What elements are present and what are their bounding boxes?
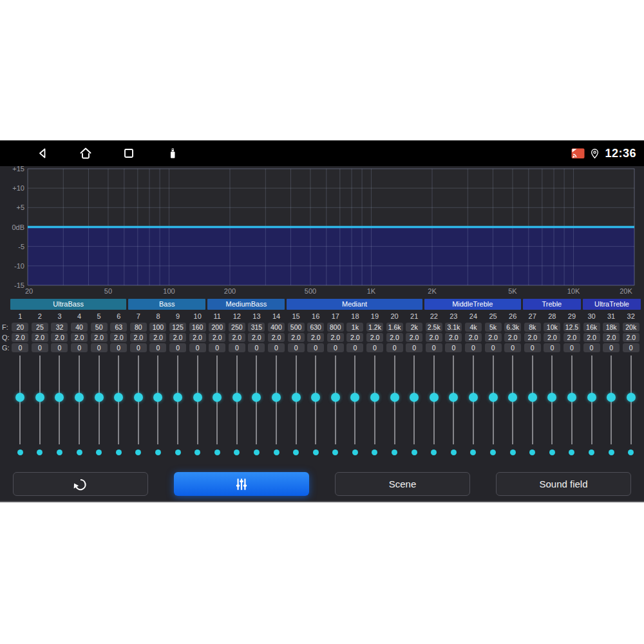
gain-value-chip[interactable]: 0 [288,343,305,352]
gain-value-chip[interactable]: 0 [229,343,245,352]
slider-knob[interactable] [272,393,281,402]
frequency-value-chip[interactable]: 3.1k [445,323,462,332]
q-value-chip[interactable]: 2.0 [130,333,147,342]
gain-slider[interactable] [345,355,365,459]
slider-knob[interactable] [528,393,537,402]
gain-slider[interactable] [582,355,601,459]
gain-value-chip[interactable]: 0 [406,343,422,352]
gain-slider[interactable] [326,355,346,459]
gain-value-chip[interactable]: 0 [386,343,403,352]
q-value-chip[interactable]: 2.0 [209,333,225,342]
q-value-chip[interactable]: 2.0 [366,333,383,342]
q-value-chip[interactable]: 2.0 [51,333,68,342]
frequency-value-chip[interactable]: 630 [307,323,324,332]
frequency-value-chip[interactable]: 50 [91,323,108,332]
equalizer-button[interactable] [174,472,309,496]
gain-value-chip[interactable]: 0 [209,343,225,352]
q-value-chip[interactable]: 2.0 [110,333,127,342]
gain-slider[interactable] [30,355,50,459]
gain-slider[interactable] [621,355,641,459]
slider-knob[interactable] [153,393,162,402]
gain-value-chip[interactable]: 0 [91,343,108,352]
slider-knob[interactable] [508,393,517,402]
gain-value-chip[interactable]: 0 [366,343,383,352]
q-value-chip[interactable]: 2.0 [327,333,344,342]
frequency-value-chip[interactable]: 800 [327,323,344,332]
frequency-value-chip[interactable]: 40 [71,323,88,332]
slider-knob[interactable] [114,393,123,402]
slider-knob[interactable] [213,393,222,402]
gain-slider[interactable] [601,355,621,459]
slider-knob[interactable] [95,393,104,402]
gain-slider[interactable] [286,355,306,459]
gain-slider[interactable] [10,355,30,459]
gain-slider[interactable] [247,355,267,459]
frequency-value-chip[interactable]: 315 [248,323,265,332]
q-value-chip[interactable]: 2.0 [564,333,580,342]
slider-knob[interactable] [292,393,301,402]
gain-value-chip[interactable]: 0 [169,343,186,352]
gain-value-chip[interactable]: 0 [524,343,541,352]
q-value-chip[interactable]: 2.0 [71,333,88,342]
frequency-value-chip[interactable]: 6.3k [504,323,521,332]
frequency-value-chip[interactable]: 1.6k [386,323,403,332]
gain-value-chip[interactable]: 0 [445,343,462,352]
q-value-chip[interactable]: 2.0 [346,333,363,342]
recents-icon[interactable] [121,146,137,161]
gain-slider[interactable] [503,355,523,459]
slider-knob[interactable] [430,393,439,402]
q-value-chip[interactable]: 2.0 [445,333,462,342]
slider-knob[interactable] [587,393,596,402]
q-value-chip[interactable]: 2.0 [12,333,28,342]
slider-knob[interactable] [390,393,399,402]
frequency-value-chip[interactable]: 8k [524,323,541,332]
slider-knob[interactable] [331,393,340,402]
slider-knob[interactable] [232,393,242,402]
slider-knob[interactable] [350,393,359,402]
reset-button[interactable] [13,472,148,496]
usb-drive-icon[interactable] [165,146,180,161]
q-value-chip[interactable]: 2.0 [189,333,206,342]
gain-value-chip[interactable]: 0 [346,343,363,352]
q-value-chip[interactable]: 2.0 [248,333,265,342]
q-value-chip[interactable]: 2.0 [485,333,502,342]
gain-value-chip[interactable]: 0 [12,343,28,352]
gain-slider[interactable] [522,355,542,459]
gain-slider[interactable] [227,355,247,459]
q-value-chip[interactable]: 2.0 [544,333,560,342]
gain-slider[interactable] [168,355,188,459]
q-value-chip[interactable]: 2.0 [603,333,620,342]
band-header-bass[interactable]: Bass [128,299,205,310]
gain-slider[interactable] [207,355,227,459]
frequency-value-chip[interactable]: 2.5k [426,323,442,332]
slider-knob[interactable] [627,393,636,402]
q-value-chip[interactable]: 2.0 [229,333,245,342]
band-header-middletreble[interactable]: MiddleTreble [424,299,521,310]
back-icon[interactable] [35,146,50,161]
frequency-value-chip[interactable]: 32 [51,323,68,332]
slider-knob[interactable] [35,393,44,402]
frequency-value-chip[interactable]: 500 [288,323,305,332]
gain-slider[interactable] [306,355,326,459]
gain-slider[interactable] [483,355,503,459]
frequency-value-chip[interactable]: 20k [623,323,639,332]
frequency-value-chip[interactable]: 25 [32,323,48,332]
gain-value-chip[interactable]: 0 [623,343,639,352]
gain-value-chip[interactable]: 0 [32,343,48,352]
frequency-value-chip[interactable]: 12.5 [564,323,580,332]
band-header-mediant[interactable]: Mediant [287,299,422,310]
band-header-treble[interactable]: Treble [523,299,581,310]
frequency-value-chip[interactable]: 4k [465,323,482,332]
gain-slider[interactable] [404,355,424,459]
q-value-chip[interactable]: 2.0 [32,333,48,342]
frequency-value-chip[interactable]: 63 [110,323,127,332]
slider-knob[interactable] [489,393,498,402]
scene-button[interactable]: Scene [335,472,470,496]
gain-value-chip[interactable]: 0 [268,343,285,352]
gain-value-chip[interactable]: 0 [583,343,600,352]
gain-value-chip[interactable]: 0 [327,343,344,352]
gain-value-chip[interactable]: 0 [71,343,88,352]
gain-slider[interactable] [89,355,109,459]
slider-knob[interactable] [567,393,576,402]
frequency-value-chip[interactable]: 16k [583,323,600,332]
